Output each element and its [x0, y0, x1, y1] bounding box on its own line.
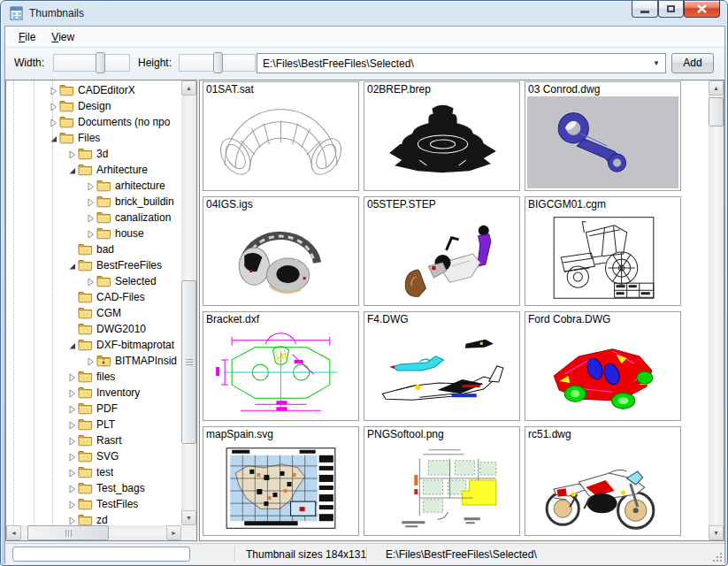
tree-item[interactable]: Design: [6, 98, 181, 114]
thumbnail-sizes-status: Thumbnail sizes 184x131: [246, 548, 366, 561]
tree-expander-collapsed-icon[interactable]: [67, 484, 78, 493]
tree-vscroll-thumb[interactable]: [181, 280, 196, 444]
tree-expander-expanded-icon[interactable]: [49, 134, 59, 142]
tree-item[interactable]: PDF: [6, 401, 181, 417]
path-combobox[interactable]: ▼: [257, 53, 666, 73]
tree-expander-collapsed-icon[interactable]: [86, 197, 96, 206]
tree-item[interactable]: TestFiles: [6, 496, 181, 512]
minimize-button[interactable]: [632, 1, 658, 18]
tree-item[interactable]: SVG: [6, 448, 181, 464]
scroll-left-icon[interactable]: ◄: [6, 525, 21, 540]
thumbnail-cell[interactable]: 03 Conrod.dwg: [525, 81, 681, 191]
tree-item[interactable]: PLT: [6, 417, 181, 432]
scroll-down-icon[interactable]: ▼: [709, 525, 724, 540]
height-slider[interactable]: [179, 54, 256, 72]
status-input[interactable]: [12, 547, 190, 562]
thumbnail-cell[interactable]: mapSpain.svg: [203, 426, 359, 536]
thumbnail-cell[interactable]: 01SAT.sat: [203, 81, 359, 191]
scroll-right-icon[interactable]: ►: [166, 525, 181, 540]
tree-item-label: CADEditorX: [78, 84, 135, 96]
tree-expander-collapsed-icon[interactable]: [67, 388, 78, 397]
tree-item[interactable]: Documents (по про: [6, 114, 181, 130]
scroll-down-icon[interactable]: ▼: [181, 510, 196, 525]
close-button[interactable]: [684, 1, 720, 18]
tree-expander-collapsed-icon[interactable]: [86, 181, 96, 190]
tree-item[interactable]: files: [6, 369, 181, 385]
tree-expander-collapsed-icon[interactable]: [49, 102, 59, 111]
tree-item[interactable]: test: [6, 464, 181, 480]
height-slider-thumb[interactable]: [213, 52, 223, 73]
resize-grip[interactable]: [712, 552, 723, 562]
thumbnail-cell[interactable]: Bracket.dxf: [203, 311, 359, 421]
thumb-vscroll-thumb[interactable]: [709, 97, 724, 126]
tree-expander-collapsed-icon[interactable]: [86, 213, 96, 222]
scroll-up-icon[interactable]: ▲: [709, 80, 724, 96]
tree-expander-expanded-icon[interactable]: [67, 261, 78, 270]
status-divider: [234, 547, 235, 562]
tree-item[interactable]: canalization: [6, 210, 181, 226]
tree-vertical-scrollbar[interactable]: ▲ ▼: [181, 80, 196, 525]
thumbnails-vertical-scrollbar[interactable]: ▲ ▼: [709, 80, 724, 540]
tree-item[interactable]: bad: [6, 241, 181, 257]
tree-expander-expanded-icon[interactable]: [67, 165, 78, 174]
tree-item[interactable]: 3d: [6, 146, 181, 162]
tree-item-label: Rasrt: [96, 434, 122, 447]
thumbnail-cell[interactable]: BIGCGM01.cgm: [525, 196, 681, 306]
tree-item[interactable]: Selected: [6, 273, 181, 289]
tree-hscroll-thumb[interactable]: [27, 525, 109, 540]
thumbnail-cell[interactable]: PNGSoftool.png: [364, 426, 520, 536]
tree-horizontal-scrollbar[interactable]: ◄ ►: [6, 525, 181, 540]
close-icon: [696, 4, 708, 13]
width-slider-thumb[interactable]: [96, 52, 105, 73]
tree-expander-collapsed-icon[interactable]: [67, 468, 78, 477]
thumbnail-filename: 05STEP.STEP: [364, 197, 519, 211]
thumbnail-cell[interactable]: F4.DWG: [364, 311, 520, 421]
tree-item[interactable]: CGM: [6, 305, 181, 321]
folder-icon: [78, 307, 93, 319]
thumbnail-cell[interactable]: 04IGS.igs: [203, 196, 359, 306]
thumbnail-cell[interactable]: Ford Cobra.DWG: [525, 311, 681, 421]
tree-item[interactable]: Rasrt: [6, 432, 181, 448]
tree-item[interactable]: brick_buildin: [6, 194, 181, 210]
add-button[interactable]: Add: [671, 53, 714, 73]
tree-item[interactable]: Test_bags: [6, 480, 181, 496]
tree-expander-collapsed-icon[interactable]: [67, 452, 78, 461]
tree-item[interactable]: BITMAPInsid: [6, 353, 181, 369]
tree-expander-collapsed-icon[interactable]: [67, 436, 78, 445]
tree-item[interactable]: CADEditorX: [6, 82, 181, 98]
tree-item[interactable]: arhitecture: [6, 178, 181, 194]
width-slider[interactable]: [53, 54, 130, 72]
tree-expander-collapsed-icon[interactable]: [67, 420, 78, 429]
tree-expander-collapsed-icon[interactable]: [67, 372, 78, 381]
tree-expander-collapsed-icon[interactable]: [49, 118, 59, 126]
path-input[interactable]: [257, 57, 648, 70]
thumbnail-cell[interactable]: 05STEP.STEP: [364, 196, 520, 306]
scroll-up-icon[interactable]: ▲: [181, 80, 196, 96]
thumbnail-cell[interactable]: rc51.dwg: [525, 426, 681, 536]
tree-expander-collapsed-icon[interactable]: [67, 404, 78, 413]
tree-item[interactable]: house: [6, 226, 181, 241]
tree-expander-collapsed-icon[interactable]: [67, 149, 78, 158]
tree-item[interactable]: Files: [6, 130, 181, 146]
tree-expander-collapsed-icon[interactable]: [86, 356, 96, 365]
tree-expander-expanded-icon[interactable]: [67, 340, 78, 349]
tree-item[interactable]: DWG2010: [6, 321, 181, 337]
tree-expander-collapsed-icon[interactable]: [86, 277, 96, 286]
thumbnail-cell[interactable]: 02BREP.brep: [364, 81, 520, 191]
menu-item-view[interactable]: View: [43, 28, 82, 46]
tree-item[interactable]: Inventory: [6, 385, 181, 401]
folder-icon: [78, 339, 93, 351]
menu-item-file[interactable]: File: [11, 28, 43, 46]
tree-expander-collapsed-icon[interactable]: [67, 500, 78, 509]
tree-item[interactable]: CAD-Files: [6, 289, 181, 305]
combo-dropdown-icon[interactable]: ▼: [648, 59, 665, 67]
maximize-button[interactable]: [658, 1, 684, 18]
tree-expander-collapsed-icon[interactable]: [49, 86, 59, 95]
tree-expander-collapsed-icon[interactable]: [86, 229, 96, 238]
tree-item[interactable]: DXF-bitmaprotat: [6, 337, 181, 353]
tree-expander-collapsed-icon[interactable]: [67, 516, 78, 524]
tree-item[interactable]: BestFreeFiles: [6, 257, 181, 273]
tree-item[interactable]: Arhitecture: [6, 162, 181, 178]
tree-item-label: 3d: [96, 148, 108, 160]
tree-item[interactable]: zd: [6, 512, 181, 525]
